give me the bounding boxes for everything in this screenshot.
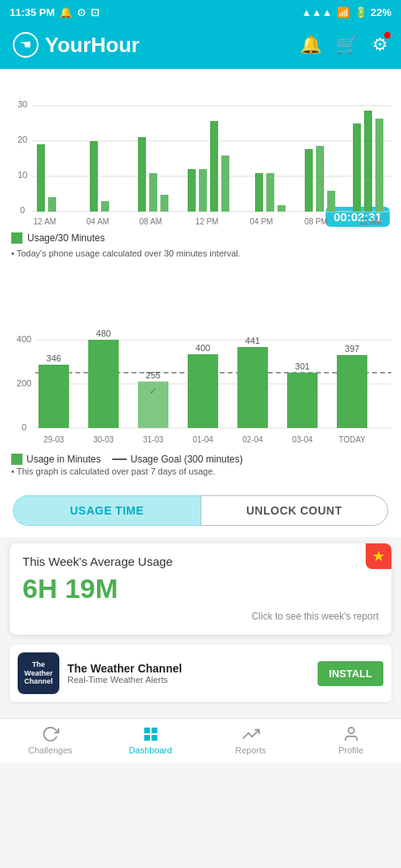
app-logo-icon: ☚	[13, 32, 38, 58]
chart1-legend: Usage/30 Minutes	[11, 232, 105, 244]
profile-icon	[342, 725, 360, 743]
weekly-chart: 0 200 400 346 29-03 480 30-03	[8, 274, 393, 450]
svg-text:01-04: 01-04	[192, 435, 213, 444]
svg-text:02-04: 02-04	[242, 435, 263, 444]
svg-text:255: 255	[146, 370, 160, 380]
svg-text:30: 30	[18, 99, 27, 109]
nav-dashboard[interactable]: Dashboard	[123, 725, 179, 755]
svg-rect-47	[88, 340, 119, 428]
svg-rect-14	[138, 137, 146, 212]
chart2-legend: Usage in Minutes Usage Goal (300 minutes…	[11, 454, 390, 465]
notification-icon[interactable]: 🔔	[300, 34, 322, 55]
svg-point-70	[348, 728, 354, 733]
nav-profile[interactable]: Profile	[323, 725, 379, 755]
ad-install-button[interactable]: INSTALL	[318, 661, 383, 686]
ad-banner: TheWeatherChannel The Weather Channel Re…	[10, 644, 391, 702]
usage-time-button[interactable]: USAGE TIME	[13, 495, 200, 526]
svg-rect-54	[188, 354, 218, 428]
svg-rect-20	[221, 155, 229, 212]
settings-badge	[384, 32, 391, 38]
goal-legend-icon	[112, 458, 127, 460]
goal-legend-text: Usage Goal (300 minutes)	[131, 454, 243, 465]
usage-legend-icon	[11, 454, 22, 465]
ad-subtitle: Real-Time Weather Alerts	[67, 675, 310, 684]
nav-dashboard-label: Dashboard	[129, 745, 172, 755]
svg-text:200: 200	[17, 378, 31, 388]
svg-text:10: 10	[18, 170, 27, 180]
svg-text:0: 0	[20, 205, 25, 215]
svg-rect-24	[305, 149, 313, 212]
svg-text:29-03: 29-03	[43, 435, 64, 444]
nav-reports[interactable]: Reports	[223, 725, 279, 755]
svg-rect-13	[101, 201, 109, 212]
svg-rect-10	[37, 144, 45, 212]
svg-rect-18	[199, 169, 207, 212]
cart-icon[interactable]: 🛒	[336, 34, 358, 55]
status-time: 11:35 PM 🔔 ⊙ ⊡	[10, 6, 99, 18]
svg-rect-15	[149, 173, 157, 212]
svg-rect-17	[188, 169, 196, 212]
nav-challenges-label: Challenges	[28, 745, 72, 755]
unlock-count-button[interactable]: UNLOCK COUNT	[200, 495, 389, 526]
svg-text:12 PM: 12 PM	[196, 217, 219, 226]
svg-rect-67	[151, 728, 156, 733]
chart1-legend-text: Usage/30 Minutes	[27, 232, 105, 244]
svg-text:04 PM: 04 PM	[250, 217, 273, 226]
legend-box-icon	[11, 232, 22, 244]
svg-text:12 AM: 12 AM	[34, 217, 56, 226]
chart1-note: • Today's phone usage calculated over 30…	[11, 248, 390, 258]
svg-text:03-04: 03-04	[292, 435, 313, 444]
svg-text:12 AM: 12 AM	[359, 217, 382, 226]
svg-text:480: 480	[96, 329, 111, 338]
ad-title: The Weather Channel	[67, 662, 310, 675]
reports-icon	[242, 725, 260, 743]
weekly-card-value: 6H 19M	[22, 573, 379, 604]
svg-text:08 PM: 08 PM	[305, 217, 328, 226]
settings-icon[interactable]: ⚙	[372, 34, 388, 55]
svg-text:20: 20	[18, 135, 27, 144]
svg-rect-21	[255, 173, 263, 212]
nav-challenges[interactable]: Challenges	[22, 725, 79, 755]
svg-text:346: 346	[47, 353, 61, 363]
svg-rect-27	[353, 123, 361, 212]
main-content: 0 10 20 30	[0, 69, 401, 718]
svg-rect-60	[287, 373, 318, 428]
svg-text:✓: ✓	[149, 386, 157, 397]
svg-text:301: 301	[295, 361, 310, 371]
daily-chart-section: 0 10 20 30	[0, 69, 401, 266]
svg-rect-44	[38, 365, 69, 428]
star-badge-icon: ★	[366, 543, 391, 569]
svg-rect-19	[210, 121, 218, 212]
nav-reports-label: Reports	[235, 745, 266, 755]
svg-text:TODAY: TODAY	[338, 435, 366, 444]
weekly-card-link[interactable]: Click to see this week's report	[22, 611, 379, 622]
toggle-section: USAGE TIME UNLOCK COUNT	[13, 495, 388, 526]
app-header: ☚ YourHour 🔔 🛒 ⚙	[0, 24, 401, 69]
header-actions: 🔔 🛒 ⚙	[300, 34, 388, 55]
svg-text:30-03: 30-03	[93, 435, 114, 444]
cards-section: ★ This Week's Average Usage 6H 19M Click…	[0, 537, 401, 718]
svg-text:0: 0	[22, 422, 26, 432]
svg-rect-66	[144, 728, 149, 733]
svg-rect-26	[327, 191, 335, 212]
chart2-note: • This graph is calculated over past 7 d…	[11, 466, 390, 476]
nav-profile-label: Profile	[338, 745, 363, 755]
svg-rect-69	[151, 735, 156, 741]
svg-rect-57	[237, 347, 268, 428]
svg-text:04 AM: 04 AM	[87, 217, 109, 226]
svg-rect-28	[364, 111, 372, 212]
svg-text:31-03: 31-03	[143, 435, 164, 444]
svg-text:☚: ☚	[20, 38, 31, 51]
weekly-card-title: This Week's Average Usage	[22, 555, 379, 568]
weekly-chart-section: 0 200 400 346 29-03 480 30-03	[0, 266, 401, 484]
svg-text:08 AM: 08 AM	[140, 217, 162, 226]
svg-rect-23	[277, 205, 286, 212]
svg-rect-12	[90, 141, 98, 212]
weekly-card[interactable]: ★ This Week's Average Usage 6H 19M Click…	[10, 543, 391, 635]
svg-rect-22	[266, 173, 274, 212]
svg-text:400: 400	[196, 343, 210, 353]
svg-rect-63	[337, 355, 367, 428]
daily-chart: 0 10 20 30	[8, 77, 393, 229]
svg-text:400: 400	[17, 334, 31, 344]
app-name: YourHour	[45, 33, 140, 58]
